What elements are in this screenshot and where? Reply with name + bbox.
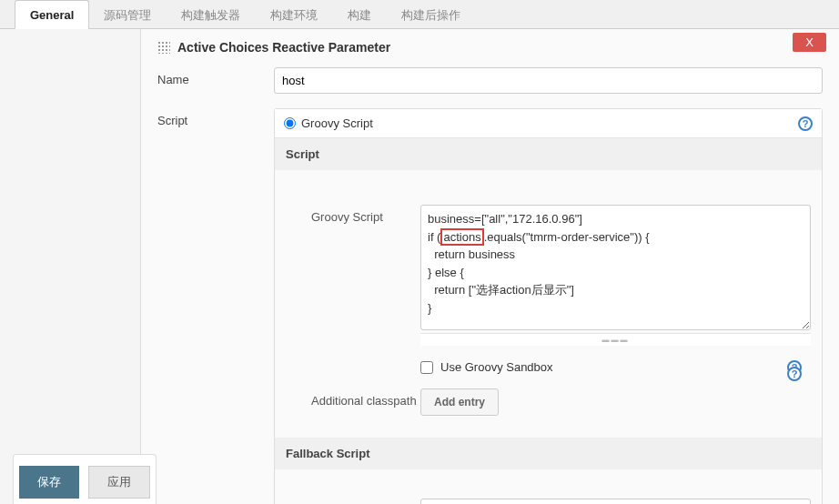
content-area: Active Choices Reactive Parameter X Name… [0, 29, 839, 504]
fallback-inner: Groovy Script [275, 469, 822, 504]
tab-triggers[interactable]: 构建触发器 [167, 0, 256, 28]
script-box: Groovy Script ? Script Groovy Script bus… [274, 108, 823, 504]
help-icon[interactable]: ? [798, 116, 813, 131]
tab-env[interactable]: 构建环境 [256, 0, 333, 28]
resize-grip[interactable]: ▬▬▬ [420, 333, 811, 346]
groovy-script-row: Groovy Script business=["all","172.16.0.… [311, 205, 811, 346]
name-input[interactable] [274, 67, 823, 94]
sandbox-row: Use Groovy Sandbox ? [311, 357, 811, 378]
script-heading: Script [275, 138, 822, 170]
script-inner: Groovy Script business=["all","172.16.0.… [275, 170, 822, 438]
drag-handle-icon[interactable] [157, 41, 170, 54]
main-panel: Active Choices Reactive Parameter X Name… [141, 29, 839, 504]
groovy-code-textarea[interactable] [420, 205, 811, 330]
fallback-heading: Fallback Script [275, 438, 822, 469]
sandbox-field: Use Groovy Sandbox ? [420, 357, 811, 378]
sandbox-label: Use Groovy Sandbox [440, 360, 553, 374]
left-gutter [0, 29, 141, 504]
tab-general[interactable]: General [15, 0, 89, 29]
groovy-script-label: Groovy Script [311, 205, 420, 224]
row-script: Script Groovy Script ? Script Groovy Scr… [157, 108, 823, 504]
row-name: Name [157, 67, 823, 94]
bottom-action-bar: 保存 应用 [13, 454, 157, 504]
parameter-title: Active Choices Reactive Parameter [177, 40, 390, 55]
fallback-textarea[interactable] [420, 499, 811, 504]
config-tabs: General 源码管理 构建触发器 构建环境 构建 构建后操作 [0, 0, 839, 29]
fallback-groovy-row: Groovy Script [311, 499, 811, 504]
tab-postbuild[interactable]: 构建后操作 [387, 0, 476, 28]
apply-button[interactable]: 应用 [88, 466, 150, 499]
groovy-radio[interactable] [284, 117, 296, 129]
fallback-groovy-label: Groovy Script [311, 499, 420, 504]
help-icon[interactable]: ? [787, 367, 802, 381]
tab-build[interactable]: 构建 [333, 0, 387, 28]
sandbox-spacer [311, 357, 420, 362]
classpath-label: Additional classpath [311, 388, 420, 408]
tab-source[interactable]: 源码管理 [89, 0, 167, 28]
classpath-row: Additional classpath Add entry ? [311, 388, 811, 416]
parameter-header: Active Choices Reactive Parameter X [157, 40, 823, 55]
sandbox-checkbox[interactable] [420, 361, 433, 374]
groovy-script-field: business=["all","172.16.0.96"] if (actio… [420, 205, 811, 346]
groovy-radio-label: Groovy Script [301, 116, 373, 130]
script-field-wrap: Groovy Script ? Script Groovy Script bus… [274, 108, 823, 504]
script-label: Script [157, 108, 274, 127]
groovy-radio-row: Groovy Script ? [275, 109, 822, 138]
classpath-field: Add entry ? [420, 388, 811, 416]
close-button[interactable]: X [793, 33, 826, 52]
name-label: Name [157, 67, 274, 86]
save-button[interactable]: 保存 [19, 466, 79, 499]
add-entry-button[interactable]: Add entry [420, 388, 499, 416]
name-field-wrap [274, 67, 823, 94]
fallback-groovy-field [420, 499, 811, 504]
